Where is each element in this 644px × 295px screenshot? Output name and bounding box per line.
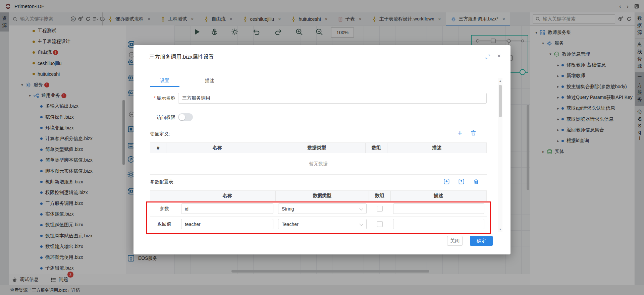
param-type-select[interactable]: Teacher: [278, 219, 367, 229]
close-button[interactable]: 关闭: [447, 236, 463, 246]
import-params-icon[interactable]: [443, 178, 450, 185]
dialog-tab-0[interactable]: 设置: [150, 75, 179, 87]
chevron-down-icon: [359, 222, 363, 226]
row-label: 返回值: [157, 221, 171, 227]
variables-table: #名称数据类型数组描述暂无数据: [150, 142, 487, 175]
param-row-1: 返回值Teacher: [150, 217, 487, 232]
delete-variable-icon[interactable]: [470, 130, 477, 136]
dialog-title: 三方服务调用.bizx属性设置: [149, 54, 214, 61]
array-checkbox[interactable]: [377, 221, 383, 227]
maximize-icon[interactable]: [485, 54, 491, 60]
display-name-label: *显示名称: [147, 95, 175, 101]
chevron-down-icon: [359, 206, 363, 210]
add-variable-icon[interactable]: +: [458, 130, 462, 136]
param-desc-input[interactable]: [393, 219, 484, 229]
column-header: [150, 191, 179, 201]
params-section-label: 参数配置表:: [150, 179, 175, 185]
empty-placeholder: 暂无数据: [150, 153, 487, 175]
param-type-select[interactable]: String: [278, 203, 367, 214]
dialog-tab-1[interactable]: 描述: [195, 75, 224, 87]
param-row-0: 参数String: [150, 201, 487, 217]
column-header: 数据类型: [268, 143, 365, 153]
column-header: 数组: [369, 191, 391, 201]
properties-dialog: 三方服务调用.bizx属性设置 × 设置描述 *显示名称 访问权限 变量定义: …: [133, 45, 511, 254]
scroll-down-icon[interactable]: ▼: [498, 228, 502, 231]
dialog-scrollbar[interactable]: ▲ ▼: [498, 78, 502, 232]
column-header: 名称: [166, 143, 268, 153]
access-label: 访问权限: [147, 115, 175, 121]
scroll-up-icon[interactable]: ▲: [498, 79, 502, 82]
app-window: Primeton-IDE ‹ › 资源 输入关键字搜索 AI 催办测试流程×工程…: [0, 0, 644, 295]
params-table: 名称数据类型数组描述参数String返回值Teacher: [150, 190, 487, 232]
delete-params-icon[interactable]: [473, 178, 479, 185]
ok-button[interactable]: 确定: [470, 236, 493, 246]
column-header: 数据类型: [276, 191, 369, 201]
param-name-input[interactable]: [181, 203, 273, 214]
variables-section-label: 变量定义:: [150, 131, 170, 137]
column-header: 名称: [179, 191, 276, 201]
column-header: 描述: [387, 143, 486, 153]
dialog-tabs: 设置描述: [150, 75, 487, 87]
row-label: 参数: [160, 206, 169, 212]
column-header: #: [150, 143, 166, 153]
display-name-input[interactable]: [178, 93, 487, 104]
param-desc-input[interactable]: [393, 203, 484, 214]
column-header: 描述: [391, 191, 486, 201]
array-checkbox[interactable]: [377, 206, 383, 212]
param-name-input[interactable]: [181, 219, 273, 229]
scroll-thumb[interactable]: [499, 85, 502, 117]
access-toggle[interactable]: [178, 113, 193, 121]
export-params-icon[interactable]: [458, 178, 465, 185]
close-icon[interactable]: ×: [497, 53, 501, 59]
column-header: 数组: [366, 143, 387, 153]
